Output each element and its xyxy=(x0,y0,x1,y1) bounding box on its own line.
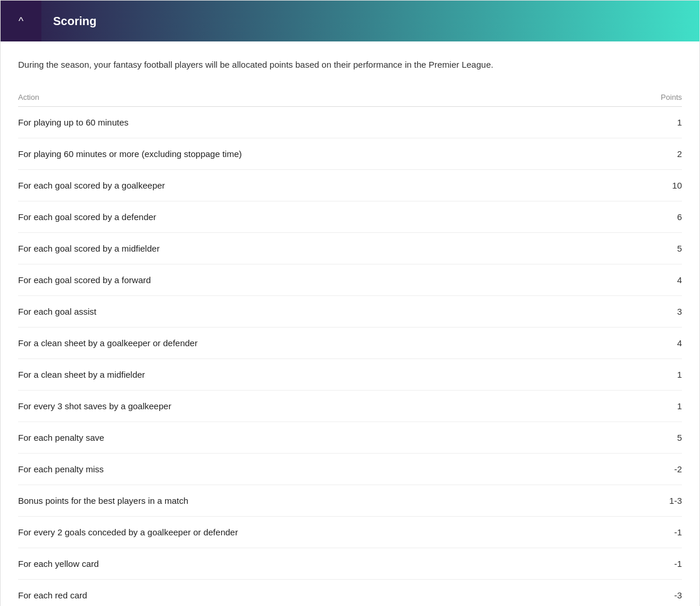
points-cell: -2 xyxy=(635,454,682,485)
points-cell: 5 xyxy=(635,422,682,454)
table-row: For each red card-3 xyxy=(18,580,682,607)
collapse-toggle-button[interactable]: ^ xyxy=(1,1,41,41)
action-cell: For each goal scored by a defender xyxy=(18,201,635,233)
action-cell: For playing 60 minutes or more (excludin… xyxy=(18,138,635,170)
table-row: Bonus points for the best players in a m… xyxy=(18,485,682,517)
table-row: For a clean sheet by a midfielder1 xyxy=(18,359,682,391)
points-cell: 1 xyxy=(635,391,682,422)
points-cell: 4 xyxy=(635,264,682,296)
table-row: For every 3 shot saves by a goalkeeper1 xyxy=(18,391,682,422)
page-wrapper: ^ Scoring During the season, your fantas… xyxy=(0,0,700,606)
action-cell: For each penalty save xyxy=(18,422,635,454)
table-row: For each goal scored by a midfielder5 xyxy=(18,233,682,264)
action-cell: For each penalty miss xyxy=(18,454,635,485)
action-column-header: Action xyxy=(18,88,635,107)
action-cell: For each red card xyxy=(18,580,635,607)
points-cell: -3 xyxy=(635,580,682,607)
points-cell: 5 xyxy=(635,233,682,264)
table-row: For every 2 goals conceded by a goalkeep… xyxy=(18,517,682,548)
header: ^ Scoring xyxy=(1,1,699,41)
chevron-up-icon: ^ xyxy=(19,15,23,27)
content-area: During the season, your fantasy football… xyxy=(1,41,699,606)
points-cell: 10 xyxy=(635,170,682,201)
action-cell: For each goal assist xyxy=(18,296,635,328)
action-cell: Bonus points for the best players in a m… xyxy=(18,485,635,517)
action-cell: For a clean sheet by a goalkeeper or def… xyxy=(18,328,635,359)
action-cell: For playing up to 60 minutes xyxy=(18,107,635,138)
points-cell: 4 xyxy=(635,328,682,359)
action-cell: For a clean sheet by a midfielder xyxy=(18,359,635,391)
points-cell: 3 xyxy=(635,296,682,328)
table-row: For a clean sheet by a goalkeeper or def… xyxy=(18,328,682,359)
table-row: For playing 60 minutes or more (excludin… xyxy=(18,138,682,170)
points-cell: 6 xyxy=(635,201,682,233)
points-cell: 2 xyxy=(635,138,682,170)
action-cell: For each goal scored by a goalkeeper xyxy=(18,170,635,201)
table-row: For each goal assist3 xyxy=(18,296,682,328)
points-cell: -1 xyxy=(635,548,682,580)
points-cell: -1 xyxy=(635,517,682,548)
scoring-table: Action Points For playing up to 60 minut… xyxy=(18,88,682,606)
points-column-header: Points xyxy=(635,88,682,107)
action-cell: For every 3 shot saves by a goalkeeper xyxy=(18,391,635,422)
table-row: For playing up to 60 minutes1 xyxy=(18,107,682,138)
points-cell: 1 xyxy=(635,107,682,138)
table-row: For each penalty save5 xyxy=(18,422,682,454)
table-row: For each goal scored by a forward4 xyxy=(18,264,682,296)
table-row: For each penalty miss-2 xyxy=(18,454,682,485)
table-row: For each goal scored by a defender6 xyxy=(18,201,682,233)
section-title: Scoring xyxy=(41,15,96,28)
action-cell: For each goal scored by a midfielder xyxy=(18,233,635,264)
table-row: For each goal scored by a goalkeeper10 xyxy=(18,170,682,201)
description-text: During the season, your fantasy football… xyxy=(18,58,543,72)
action-cell: For each goal scored by a forward xyxy=(18,264,635,296)
points-cell: 1 xyxy=(635,359,682,391)
action-cell: For each yellow card xyxy=(18,548,635,580)
points-cell: 1-3 xyxy=(635,485,682,517)
table-header-row: Action Points xyxy=(18,88,682,107)
action-cell: For every 2 goals conceded by a goalkeep… xyxy=(18,517,635,548)
table-row: For each yellow card-1 xyxy=(18,548,682,580)
